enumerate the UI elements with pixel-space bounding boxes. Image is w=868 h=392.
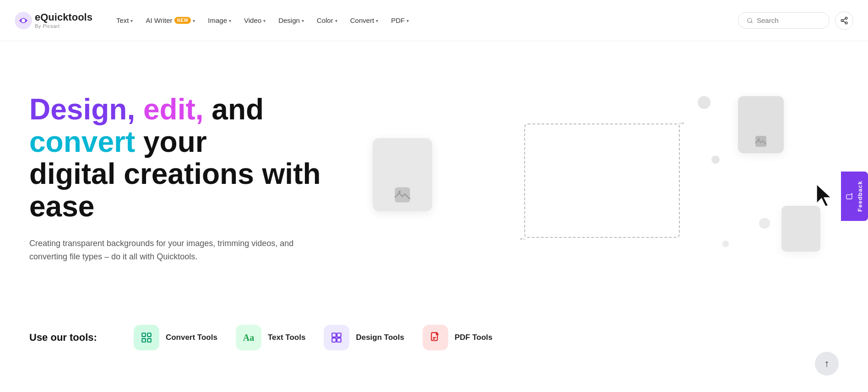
chevron-down-icon: ▾ [407,18,409,23]
logo[interactable]: eQuicktools By Picsart [15,12,92,29]
svg-rect-18 [337,333,342,337]
chevron-down-icon: ▾ [229,18,231,23]
svg-line-7 [843,21,845,22]
chevron-down-icon: ▾ [335,18,337,23]
svg-line-3 [751,21,753,23]
pdf-tools-icon [423,325,448,350]
tool-card-pdf[interactable]: PDF Tools [423,325,493,350]
search-box[interactable] [738,12,830,29]
hero-word-convert: convert [29,125,135,158]
svg-rect-17 [332,333,336,337]
feedback-label: Feedback [857,181,863,212]
svg-line-8 [843,18,845,20]
tools-grid: Convert Tools Aa Text Tools Design Tools [134,325,493,350]
hero-content: Design, edit, and convert yourdigital cr… [29,93,350,263]
arrow-right-icon: → [677,118,686,128]
design-tools-label: Design Tools [356,333,404,342]
arrow-left-icon: ← [518,233,527,244]
logo-icon [15,12,32,29]
image-placeholder-icon [391,185,414,205]
chevron-down-icon: ▾ [130,18,133,23]
convert-tools-icon [134,325,159,350]
tool-card-convert[interactable]: Convert Tools [134,325,217,350]
nav-item-image[interactable]: Image ▾ [202,13,237,28]
svg-rect-14 [147,333,151,337]
logo-sub: By Picsart [35,23,92,29]
design-tools-icon [324,325,349,350]
file-card-large [373,138,432,211]
search-input[interactable] [757,16,821,24]
feedback-tab[interactable]: Feedback [841,172,868,221]
nav-item-ai-writer[interactable]: AI Writer NEW ▾ [140,13,201,28]
chevron-down-icon: ▾ [302,18,304,23]
svg-rect-13 [142,333,146,337]
chevron-down-icon: ▾ [263,18,266,23]
pdf-tools-label: PDF Tools [455,333,493,342]
svg-rect-19 [332,338,336,342]
hero-illustration: → ← [350,82,839,274]
text-tools-icon: Aa [236,325,261,350]
nav-item-text[interactable]: Text ▾ [111,13,139,28]
svg-rect-16 [147,338,151,342]
logo-name: eQuicktools [35,12,92,23]
tools-label: Use our tools: [29,332,97,344]
nav-label-image: Image [208,16,227,24]
nav-label-pdf: PDF [391,16,405,24]
nav-item-pdf[interactable]: PDF ▾ [385,13,414,28]
share-button[interactable] [835,11,853,30]
nav-item-design[interactable]: Design ▾ [273,13,309,28]
cursor-icon [814,182,839,211]
tool-card-text[interactable]: Aa Text Tools [236,325,306,350]
hero-section: Design, edit, and convert yourdigital cr… [0,41,868,306]
nav-item-color[interactable]: Color ▾ [311,13,343,28]
share-icon [840,16,848,25]
main-nav: Text ▾ AI Writer NEW ▾ Image ▾ Video ▾ D… [111,13,738,28]
nav-label-ai-writer: AI Writer [146,16,172,24]
nav-label-video: Video [244,16,261,24]
hero-description: Creating transparent backgrounds for you… [29,237,304,263]
dashed-selection-rect: → ← [524,124,680,238]
hero-word-design: Design, [29,93,135,126]
scroll-top-icon: ↑ [825,358,830,365]
chevron-down-icon: ▾ [376,18,378,23]
search-icon [747,16,753,25]
tools-section: Use our tools: Convert Tools Aa Text Too… [0,306,868,365]
text-tools-label: Text Tools [268,333,306,342]
dot-decoration [759,218,770,229]
hero-word-edit: edit, [143,93,204,126]
svg-point-1 [22,19,25,22]
svg-rect-20 [337,338,342,342]
nav-label-color: Color [317,16,333,24]
dot-decoration [711,156,720,164]
tool-card-design[interactable]: Design Tools [324,325,404,350]
dot-decoration [722,241,729,247]
convert-tools-label: Convert Tools [166,333,217,342]
header-right [738,11,853,30]
chevron-down-icon: ▾ [193,18,195,23]
hero-title: Design, edit, and convert yourdigital cr… [29,93,350,222]
dot-decoration [698,96,711,109]
file-card-medium [738,96,784,153]
nav-label-text: Text [116,16,129,24]
nav-label-design: Design [278,16,300,24]
nav-label-convert: Convert [350,16,374,24]
nav-item-convert[interactable]: Convert ▾ [345,13,384,28]
header: eQuicktools By Picsart Text ▾ AI Writer … [0,0,868,41]
file-card-small [781,206,820,252]
image-placeholder-icon [753,134,769,149]
svg-rect-15 [142,338,146,342]
feedback-icon [846,193,853,200]
badge-new: NEW [174,17,191,24]
nav-item-video[interactable]: Video ▾ [239,13,271,28]
